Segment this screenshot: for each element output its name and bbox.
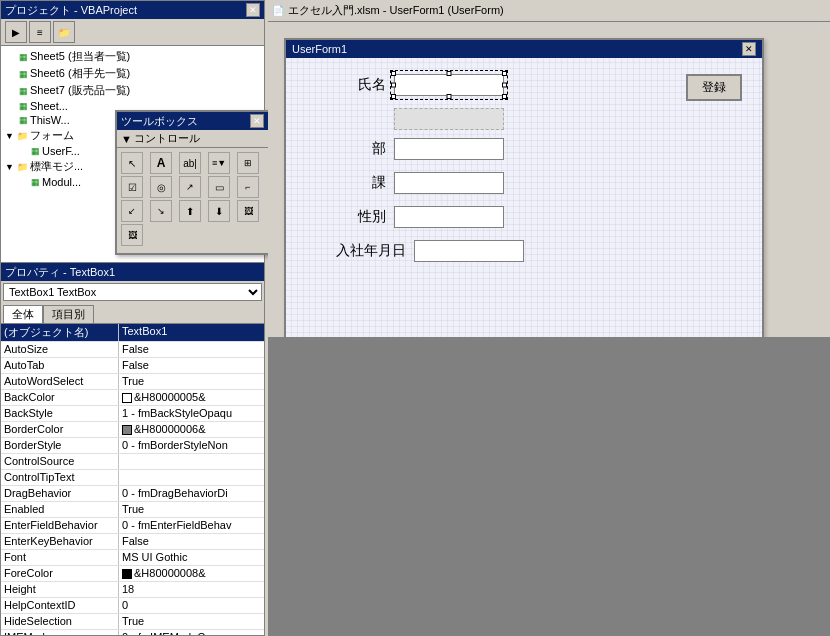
toolbar-list-icon[interactable]: ≡	[29, 21, 51, 43]
tool-scrollbar[interactable]: ⬆	[179, 200, 201, 222]
tool-image[interactable]: 🖼	[237, 200, 259, 222]
properties-panel: プロパティ - TextBox1 TextBox1 TextBox 全体 項目別…	[0, 262, 265, 636]
handle-tr[interactable]	[502, 71, 507, 76]
tab-all[interactable]: 全体	[3, 305, 43, 323]
textbox-name-wrapper	[394, 74, 504, 96]
props-row-hideselection[interactable]: HideSelection True	[1, 614, 264, 630]
properties-selector-row: TextBox1 TextBox	[1, 281, 264, 303]
props-row-autotab[interactable]: AutoTab False	[1, 358, 264, 374]
form-row-joindate: 入社年月日	[306, 240, 742, 262]
handle-br[interactable]	[502, 94, 507, 99]
tool-listbox[interactable]: ⊞	[237, 152, 259, 174]
tool-spinbutton[interactable]: ⬇	[208, 200, 230, 222]
sheet-icon: ▦	[31, 177, 40, 187]
tree-item-label: Sheet5 (担当者一覧)	[30, 49, 130, 64]
properties-title-bar: プロパティ - TextBox1	[1, 263, 264, 281]
tool-referedit[interactable]: 🖼	[121, 224, 143, 246]
props-val: 0 - fmEnterFieldBehav	[119, 518, 264, 533]
props-key: AutoSize	[1, 342, 119, 357]
tool-label[interactable]: A	[150, 152, 172, 174]
props-val: 0 - fmIMEModeCon	[119, 630, 264, 635]
toolbox-controls-grid: ↖ A ab| ≡▼ ⊞ ☑ ◎ ↗ ▭ ⌐ ↙ ↘ ⬆ ⬇ 🖼 🖼	[117, 148, 268, 250]
props-key: AutoTab	[1, 358, 119, 373]
toolbox-title-bar: ツールボックス ✕	[117, 112, 268, 130]
props-val: 0 - fmDragBehaviorDi	[119, 486, 264, 501]
tool-textbox[interactable]: ab|	[179, 152, 201, 174]
props-row-helpcontextid[interactable]: HelpContextID 0	[1, 598, 264, 614]
props-row-enabled[interactable]: Enabled True	[1, 502, 264, 518]
textbox-gender[interactable]	[394, 206, 504, 228]
handle-bl[interactable]	[391, 94, 396, 99]
toolbox-close-button[interactable]: ✕	[250, 114, 264, 128]
gray-area	[268, 337, 830, 636]
textbox-section[interactable]	[394, 172, 504, 194]
textbox-name2-wrapper	[394, 108, 742, 130]
handle-mr[interactable]	[502, 83, 507, 88]
tool-pointer[interactable]: ↖	[121, 152, 143, 174]
object-selector[interactable]: TextBox1 TextBox	[3, 283, 262, 301]
tree-item-sheet5[interactable]: ▦ Sheet5 (担当者一覧)	[3, 48, 262, 65]
handle-tl[interactable]	[391, 71, 396, 76]
tree-item-label: ThisW...	[30, 114, 70, 126]
sheet-icon: ▦	[19, 115, 28, 125]
tree-item-sheet6[interactable]: ▦ Sheet6 (相手先一覧)	[3, 65, 262, 82]
handle-bm[interactable]	[447, 94, 452, 99]
toolbar-run-icon[interactable]: ▶	[5, 21, 27, 43]
tree-item-label: UserF...	[42, 145, 80, 157]
tool-checkbox[interactable]: ☑	[121, 176, 143, 198]
props-row-font[interactable]: Font MS UI Gothic	[1, 550, 264, 566]
props-row-backstyle[interactable]: BackStyle 1 - fmBackStyleOpaqu	[1, 406, 264, 422]
tool-commandbutton[interactable]: ⌐	[237, 176, 259, 198]
props-row-backcolor[interactable]: BackColor &H80000005&	[1, 390, 264, 406]
props-key: Font	[1, 550, 119, 565]
toolbar-folder-icon[interactable]: 📁	[53, 21, 75, 43]
tab-items[interactable]: 項目別	[43, 305, 94, 323]
props-key: HideSelection	[1, 614, 119, 629]
tool-tabstrip[interactable]: ↙	[121, 200, 143, 222]
handle-ml[interactable]	[391, 83, 396, 88]
properties-tabs: 全体 項目別	[1, 303, 264, 323]
props-row-borderstyle[interactable]: BorderStyle 0 - fmBorderStyleNon	[1, 438, 264, 454]
textbox-name2[interactable]	[394, 108, 504, 130]
props-row-enterkeybehavior[interactable]: EnterKeyBehavior False	[1, 534, 264, 550]
userform-body[interactable]: 登録 氏名	[286, 58, 762, 337]
tool-togglebutton[interactable]: ↗	[179, 176, 201, 198]
props-row-controlsource[interactable]: ControlSource	[1, 454, 264, 470]
toolbox-section-label: コントロール	[134, 131, 200, 146]
tool-multipage[interactable]: ↘	[150, 200, 172, 222]
label-gender: 性別	[306, 208, 386, 226]
tool-frame[interactable]: ▭	[208, 176, 230, 198]
props-row-objectname[interactable]: (オブジェクト名) TextBox1	[1, 324, 264, 342]
props-row-autowordselect[interactable]: AutoWordSelect True	[1, 374, 264, 390]
tool-combobox[interactable]: ≡▼	[208, 152, 230, 174]
props-row-controltiptext[interactable]: ControlTipText	[1, 470, 264, 486]
props-val: &H80000008&	[119, 566, 264, 581]
tool-optionbutton[interactable]: ◎	[150, 176, 172, 198]
tree-item-sheet7[interactable]: ▦ Sheet7 (販売品一覧)	[3, 82, 262, 99]
props-val: 18	[119, 582, 264, 597]
handle-tm[interactable]	[447, 71, 452, 76]
props-row-forecolor[interactable]: ForeColor &H80000008&	[1, 566, 264, 582]
props-val: &H80000006&	[119, 422, 264, 437]
props-row-dragbehavior[interactable]: DragBehavior 0 - fmDragBehaviorDi	[1, 486, 264, 502]
textbox-department[interactable]	[394, 138, 504, 160]
textbox-name[interactable]	[394, 74, 504, 96]
props-val: MS UI Gothic	[119, 550, 264, 565]
props-key: BackColor	[1, 390, 119, 405]
properties-title: プロパティ - TextBox1	[5, 265, 115, 280]
project-close-button[interactable]: ✕	[246, 3, 260, 17]
userform-close-button[interactable]: ✕	[742, 42, 756, 56]
props-key: BorderStyle	[1, 438, 119, 453]
label-department: 部	[306, 140, 386, 158]
props-row-enterfieldbehavior[interactable]: EnterFieldBehavior 0 - fmEnterFieldBehav	[1, 518, 264, 534]
form-row-name: 氏名	[306, 74, 742, 96]
props-row-autosize[interactable]: AutoSize False	[1, 342, 264, 358]
props-row-imemode[interactable]: IMEMode 0 - fmIMEModeCon	[1, 630, 264, 635]
props-row-height[interactable]: Height 18	[1, 582, 264, 598]
project-toolbar: ▶ ≡ 📁	[1, 19, 264, 46]
register-button[interactable]: 登録	[686, 74, 742, 101]
textbox-joindate[interactable]	[414, 240, 524, 262]
props-row-bordercolor[interactable]: BorderColor &H80000006&	[1, 422, 264, 438]
expand-icon: ▼	[5, 162, 14, 172]
document-icon: 📄	[272, 5, 284, 16]
